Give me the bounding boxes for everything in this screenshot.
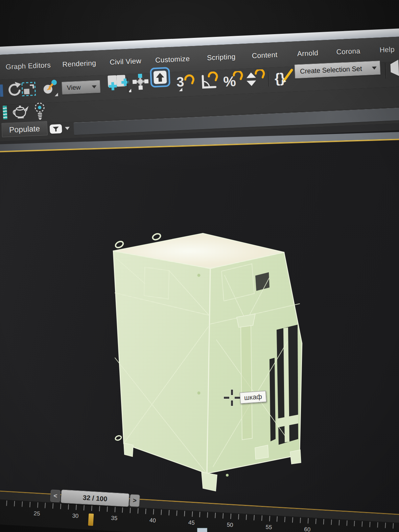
ruler-tick	[346, 521, 347, 526]
chevron-down-icon	[372, 66, 377, 70]
reference-coordinate-dropdown[interactable]: View	[62, 80, 101, 95]
ruler-tick	[45, 503, 46, 508]
ruler-tick	[362, 521, 363, 527]
ruler-tick	[192, 511, 193, 517]
ruler-tick	[122, 507, 123, 513]
ruler-tick	[52, 503, 53, 509]
funnel-icon	[52, 126, 60, 132]
ruler-tick	[331, 519, 332, 525]
reference-coordinate-value: View	[62, 84, 81, 92]
ruler-label: 45	[188, 519, 195, 526]
ruler-tick	[145, 509, 146, 514]
select-and-manipulate-icon[interactable]	[42, 78, 58, 97]
ruler-label: 25	[33, 510, 40, 517]
ruler-tick	[292, 517, 293, 523]
ruler-tick	[300, 518, 301, 523]
edit-named-selection-sets-icon[interactable]: {}	[274, 67, 295, 87]
mirror-icon-partial[interactable]	[390, 59, 399, 77]
ruler-tick	[315, 518, 316, 524]
wireframe-cabinet-model[interactable]	[101, 220, 318, 497]
ruler-tick	[130, 508, 131, 513]
ruler-tick	[393, 523, 394, 529]
menu-graph-editors[interactable]: Graph Editors	[5, 52, 51, 79]
ruler-tick	[230, 514, 231, 519]
partial-ui-fragment	[197, 528, 207, 532]
ruler-tick	[308, 518, 309, 524]
menu-arnold[interactable]: Arnold	[297, 40, 319, 66]
ruler-tick	[37, 502, 38, 508]
angle-snap-toggle-icon[interactable]	[198, 71, 221, 91]
populate-tab[interactable]: Populate	[1, 121, 48, 137]
ruler-tick	[161, 510, 162, 515]
previous-frame-button[interactable]: <	[50, 489, 61, 502]
dropdown-arrow-icon[interactable]	[65, 127, 70, 130]
ruler-tick	[6, 501, 7, 506]
ruler-label: 40	[149, 517, 156, 524]
ruler-label: 55	[265, 524, 272, 531]
chevron-down-icon	[92, 85, 96, 89]
menu-rendering[interactable]: Rendering	[62, 50, 97, 77]
ruler-tick	[168, 510, 169, 515]
menu-scripting[interactable]: Scripting	[206, 44, 236, 70]
partial-teal-icon[interactable]	[3, 106, 7, 119]
svg-text:{}: {}	[274, 70, 285, 86]
ruler-tick	[261, 515, 262, 521]
ruler-tick	[176, 510, 177, 516]
ruler-tick	[338, 520, 339, 525]
filter-funnel-button[interactable]	[50, 124, 62, 134]
ruler-tick	[323, 519, 324, 525]
ruler-tick	[29, 502, 30, 507]
menu-content[interactable]: Content	[251, 42, 278, 68]
object-tooltip: шкаф	[240, 391, 266, 403]
ruler-tick	[68, 504, 69, 510]
default-lights-bulb-icon[interactable]	[32, 101, 47, 120]
spinner-snap-toggle-icon[interactable]	[245, 69, 266, 89]
svg-text:3: 3	[176, 74, 184, 89]
add-page-icon-b[interactable]	[115, 74, 132, 93]
ruler-tick	[370, 522, 371, 527]
ruler-tick	[14, 501, 15, 506]
ruler-label: 60	[304, 526, 311, 532]
ruler-tick	[91, 506, 92, 511]
ruler-tick	[22, 501, 23, 507]
application-chrome: Graph Editors Rendering Civil View Custo…	[0, 27, 399, 149]
ruler-tick	[269, 516, 270, 521]
ruler-tick	[222, 513, 224, 518]
ruler-tick	[284, 517, 285, 522]
keyboard-override-toggle-icon[interactable]	[149, 67, 171, 88]
ruler-tick	[107, 506, 108, 512]
ruler-tick	[99, 506, 100, 511]
crosshair-cursor-icon	[224, 390, 240, 406]
photo-of-3d-app-screen: { "menubar": { "items": [ {"label": "Gra…	[0, 0, 399, 532]
snaps-cross-icon[interactable]	[132, 73, 149, 91]
next-frame-button[interactable]: >	[130, 494, 140, 507]
ruler-label: 30	[72, 512, 79, 519]
partial-toolbar-icon[interactable]	[0, 85, 3, 97]
ruler-tick	[114, 507, 115, 512]
render-teapot-icon[interactable]	[12, 103, 29, 120]
menu-help[interactable]: Help	[379, 37, 395, 63]
ruler-tick	[277, 516, 278, 522]
snap-3d-toggle-icon[interactable]: 3	[175, 72, 197, 92]
redo-icon[interactable]	[6, 81, 22, 99]
create-selection-set-label: Create Selection Set	[295, 65, 362, 75]
ruler-label: 50	[227, 522, 233, 529]
menu-civil-view[interactable]: Civil View	[109, 48, 142, 75]
ruler-tick	[254, 515, 255, 521]
ruler-tick	[84, 505, 85, 510]
current-frame-marker[interactable]	[88, 513, 94, 526]
percent-snap-toggle-icon[interactable]: %	[223, 71, 245, 91]
ruler-tick	[138, 508, 139, 514]
ruler-tick	[354, 521, 355, 526]
ruler-tick	[60, 504, 61, 509]
ruler-tick	[153, 509, 154, 514]
ruler-tick	[215, 513, 216, 518]
ruler-tick	[184, 511, 185, 516]
ruler-tick	[246, 514, 247, 520]
ruler-label: 35	[111, 515, 118, 522]
menu-corona[interactable]: Corona	[336, 39, 361, 65]
rectangular-selection-icon[interactable]	[21, 80, 37, 98]
ruler-tick	[200, 512, 201, 517]
ruler-tick	[238, 514, 239, 519]
ruler-tick	[207, 512, 208, 518]
